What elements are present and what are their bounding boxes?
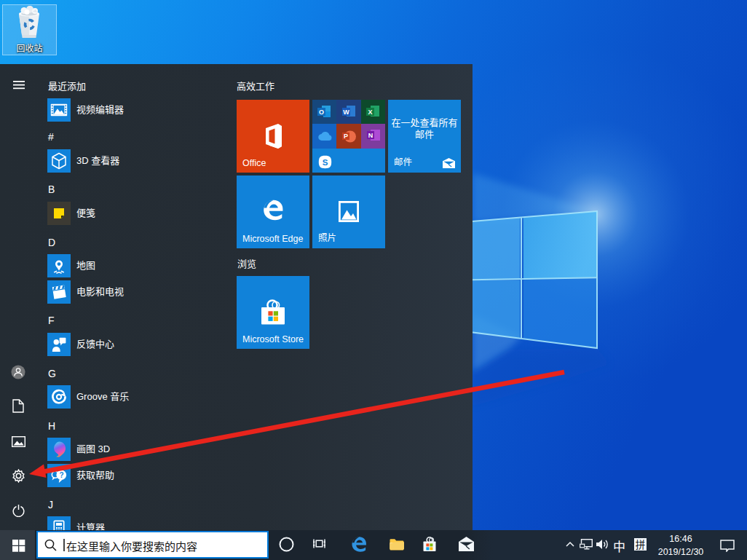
svg-text:?: ?: [59, 471, 63, 479]
svg-text:O: O: [319, 109, 324, 116]
svg-text:W: W: [343, 109, 349, 116]
svg-text:S: S: [323, 157, 328, 166]
svg-text:X: X: [368, 109, 372, 116]
svg-text:N: N: [368, 132, 374, 139]
svg-text:P: P: [344, 133, 348, 140]
